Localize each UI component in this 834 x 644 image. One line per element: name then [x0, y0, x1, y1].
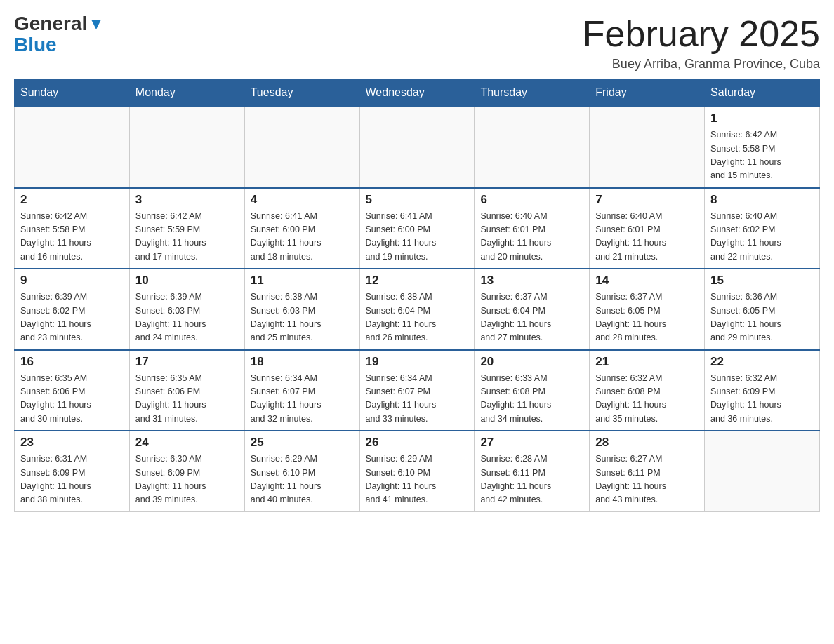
calendar-cell: 8Sunrise: 6:40 AM Sunset: 6:02 PM Daylig… [705, 188, 820, 269]
day-number: 5 [366, 193, 469, 207]
day-info: Sunrise: 6:42 AM Sunset: 5:58 PM Dayligh… [20, 210, 124, 264]
week-row-4: 16Sunrise: 6:35 AM Sunset: 6:06 PM Dayli… [15, 350, 820, 431]
page-header: General Blue February 2025 Buey Arriba, … [14, 14, 820, 72]
calendar-table: SundayMondayTuesdayWednesdayThursdayFrid… [14, 79, 820, 512]
calendar-cell [705, 431, 820, 511]
logo-general-text: General [14, 14, 87, 34]
calendar-cell [15, 107, 130, 188]
day-number: 24 [135, 436, 239, 450]
day-info: Sunrise: 6:30 AM Sunset: 6:09 PM Dayligh… [135, 452, 239, 507]
calendar-cell: 6Sunrise: 6:40 AM Sunset: 6:01 PM Daylig… [475, 188, 590, 269]
day-info: Sunrise: 6:35 AM Sunset: 6:06 PM Dayligh… [135, 372, 239, 427]
calendar-cell [244, 107, 359, 188]
day-number: 18 [251, 355, 354, 369]
day-number: 25 [251, 436, 354, 450]
day-info: Sunrise: 6:37 AM Sunset: 6:04 PM Dayligh… [480, 290, 583, 345]
day-number: 12 [366, 274, 469, 288]
calendar-cell: 24Sunrise: 6:30 AM Sunset: 6:09 PM Dayli… [129, 431, 244, 511]
calendar-cell: 3Sunrise: 6:42 AM Sunset: 5:59 PM Daylig… [129, 188, 244, 269]
logo-blue-text: Blue [14, 34, 57, 55]
title-area: February 2025 Buey Arriba, Granma Provin… [583, 14, 820, 72]
day-info: Sunrise: 6:38 AM Sunset: 6:04 PM Dayligh… [366, 290, 469, 345]
day-info: Sunrise: 6:34 AM Sunset: 6:07 PM Dayligh… [366, 372, 469, 427]
calendar-cell: 13Sunrise: 6:37 AM Sunset: 6:04 PM Dayli… [475, 269, 590, 350]
calendar-cell: 26Sunrise: 6:29 AM Sunset: 6:10 PM Dayli… [359, 431, 475, 511]
calendar-cell [475, 107, 590, 188]
calendar-cell [129, 107, 244, 188]
day-info: Sunrise: 6:40 AM Sunset: 6:01 PM Dayligh… [480, 210, 583, 264]
day-info: Sunrise: 6:41 AM Sunset: 6:00 PM Dayligh… [366, 210, 469, 264]
day-info: Sunrise: 6:32 AM Sunset: 6:08 PM Dayligh… [595, 372, 699, 427]
day-number: 10 [135, 274, 239, 288]
day-info: Sunrise: 6:42 AM Sunset: 5:58 PM Dayligh… [710, 128, 814, 183]
svg-marker-0 [91, 20, 101, 29]
day-info: Sunrise: 6:27 AM Sunset: 6:11 PM Dayligh… [595, 452, 699, 507]
calendar-cell: 19Sunrise: 6:34 AM Sunset: 6:07 PM Dayli… [359, 350, 475, 431]
calendar-cell: 2Sunrise: 6:42 AM Sunset: 5:58 PM Daylig… [15, 188, 130, 269]
day-number: 16 [20, 355, 124, 369]
weekday-header-thursday: Thursday [475, 79, 590, 107]
day-info: Sunrise: 6:40 AM Sunset: 6:02 PM Dayligh… [710, 210, 814, 264]
day-number: 1 [710, 112, 814, 126]
calendar-cell: 23Sunrise: 6:31 AM Sunset: 6:09 PM Dayli… [15, 431, 130, 511]
day-number: 3 [135, 193, 239, 207]
day-info: Sunrise: 6:29 AM Sunset: 6:10 PM Dayligh… [251, 452, 354, 507]
calendar-cell: 7Sunrise: 6:40 AM Sunset: 6:01 PM Daylig… [590, 188, 705, 269]
location-subtitle: Buey Arriba, Granma Province, Cuba [583, 57, 820, 72]
calendar-cell: 15Sunrise: 6:36 AM Sunset: 6:05 PM Dayli… [705, 269, 820, 350]
day-number: 8 [710, 193, 814, 207]
day-info: Sunrise: 6:32 AM Sunset: 6:09 PM Dayligh… [710, 372, 814, 427]
calendar-cell: 16Sunrise: 6:35 AM Sunset: 6:06 PM Dayli… [15, 350, 130, 431]
day-number: 27 [480, 436, 583, 450]
day-number: 17 [135, 355, 239, 369]
calendar-cell [359, 107, 475, 188]
weekday-header-row: SundayMondayTuesdayWednesdayThursdayFrid… [15, 79, 820, 107]
day-number: 11 [251, 274, 354, 288]
day-info: Sunrise: 6:29 AM Sunset: 6:10 PM Dayligh… [366, 452, 469, 507]
day-info: Sunrise: 6:28 AM Sunset: 6:11 PM Dayligh… [480, 452, 583, 507]
day-info: Sunrise: 6:40 AM Sunset: 6:01 PM Dayligh… [595, 210, 699, 264]
calendar-cell: 10Sunrise: 6:39 AM Sunset: 6:03 PM Dayli… [129, 269, 244, 350]
calendar-cell: 9Sunrise: 6:39 AM Sunset: 6:02 PM Daylig… [15, 269, 130, 350]
week-row-3: 9Sunrise: 6:39 AM Sunset: 6:02 PM Daylig… [15, 269, 820, 350]
weekday-header-tuesday: Tuesday [244, 79, 359, 107]
day-info: Sunrise: 6:37 AM Sunset: 6:05 PM Dayligh… [595, 290, 699, 345]
calendar-cell: 21Sunrise: 6:32 AM Sunset: 6:08 PM Dayli… [590, 350, 705, 431]
day-info: Sunrise: 6:34 AM Sunset: 6:07 PM Dayligh… [251, 372, 354, 427]
calendar-cell: 28Sunrise: 6:27 AM Sunset: 6:11 PM Dayli… [590, 431, 705, 511]
day-number: 28 [595, 436, 699, 450]
month-title: February 2025 [583, 14, 820, 54]
calendar-cell: 17Sunrise: 6:35 AM Sunset: 6:06 PM Dayli… [129, 350, 244, 431]
day-number: 26 [366, 436, 469, 450]
calendar-cell: 1Sunrise: 6:42 AM Sunset: 5:58 PM Daylig… [705, 107, 820, 188]
calendar-cell: 25Sunrise: 6:29 AM Sunset: 6:10 PM Dayli… [244, 431, 359, 511]
day-info: Sunrise: 6:31 AM Sunset: 6:09 PM Dayligh… [20, 452, 124, 507]
day-number: 19 [366, 355, 469, 369]
calendar-cell: 20Sunrise: 6:33 AM Sunset: 6:08 PM Dayli… [475, 350, 590, 431]
calendar-cell: 27Sunrise: 6:28 AM Sunset: 6:11 PM Dayli… [475, 431, 590, 511]
day-number: 9 [20, 274, 124, 288]
calendar-cell: 14Sunrise: 6:37 AM Sunset: 6:05 PM Dayli… [590, 269, 705, 350]
day-number: 6 [480, 193, 583, 207]
day-info: Sunrise: 6:38 AM Sunset: 6:03 PM Dayligh… [251, 290, 354, 345]
day-number: 20 [480, 355, 583, 369]
day-number: 14 [595, 274, 699, 288]
logo-triangle-icon [88, 17, 104, 32]
calendar-cell [590, 107, 705, 188]
weekday-header-friday: Friday [590, 79, 705, 107]
calendar-cell: 22Sunrise: 6:32 AM Sunset: 6:09 PM Dayli… [705, 350, 820, 431]
day-info: Sunrise: 6:35 AM Sunset: 6:06 PM Dayligh… [20, 372, 124, 427]
week-row-1: 1Sunrise: 6:42 AM Sunset: 5:58 PM Daylig… [15, 107, 820, 188]
day-number: 21 [595, 355, 699, 369]
day-info: Sunrise: 6:36 AM Sunset: 6:05 PM Dayligh… [710, 290, 814, 345]
day-number: 23 [20, 436, 124, 450]
day-number: 15 [710, 274, 814, 288]
calendar-cell: 18Sunrise: 6:34 AM Sunset: 6:07 PM Dayli… [244, 350, 359, 431]
week-row-2: 2Sunrise: 6:42 AM Sunset: 5:58 PM Daylig… [15, 188, 820, 269]
logo: General Blue [14, 14, 104, 56]
day-info: Sunrise: 6:39 AM Sunset: 6:03 PM Dayligh… [135, 290, 239, 345]
weekday-header-saturday: Saturday [705, 79, 820, 107]
calendar-cell: 12Sunrise: 6:38 AM Sunset: 6:04 PM Dayli… [359, 269, 475, 350]
calendar-cell: 4Sunrise: 6:41 AM Sunset: 6:00 PM Daylig… [244, 188, 359, 269]
calendar-cell: 5Sunrise: 6:41 AM Sunset: 6:00 PM Daylig… [359, 188, 475, 269]
